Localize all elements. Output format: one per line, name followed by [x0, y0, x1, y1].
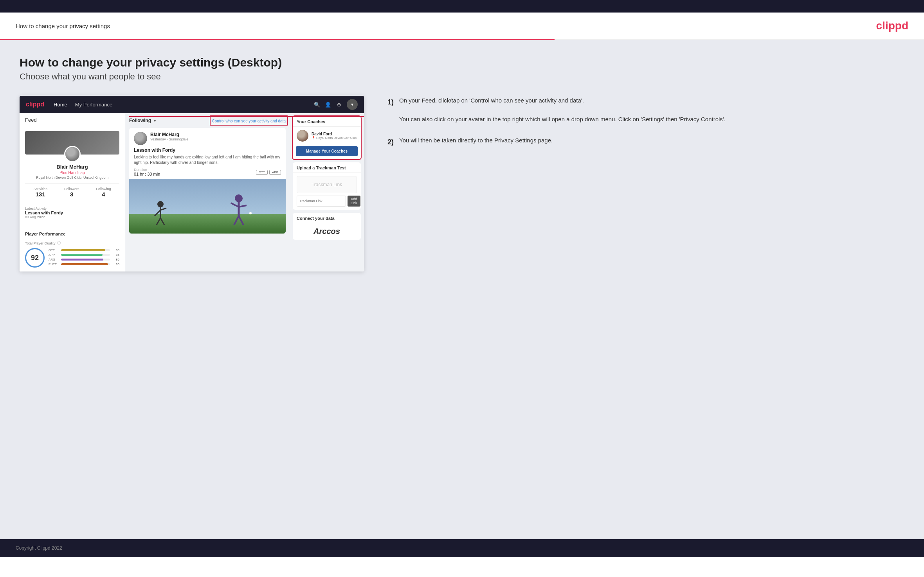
page-heading: How to change your privacy settings (Des… — [20, 56, 904, 69]
feed-following-label: Following ▾ — [129, 118, 156, 123]
coach-info: David Ford 📍 Royal North Devon Golf Club — [312, 132, 357, 140]
pp-bar-label: PUTT — [49, 262, 59, 266]
pp-bar-fill — [61, 259, 103, 261]
latest-label: Latest Activity — [25, 207, 119, 210]
stat-activities: Activities 131 — [33, 187, 47, 198]
pp-bar-track — [61, 249, 110, 251]
latest-date: 03 Aug 2022 — [25, 215, 119, 219]
post-duration: Duration 01 hr : 30 min OTT APP — [129, 168, 286, 179]
instructions-panel: 1) On your Feed, click/tap on 'Control w… — [380, 96, 904, 160]
stat-followers-value: 3 — [64, 191, 79, 198]
connect-data-card: Connect your data Arccos — [293, 213, 361, 240]
control-link-highlight — [210, 115, 288, 126]
trackman-link-input[interactable] — [297, 196, 346, 207]
app-sidebar: Feed Blair McHarg Plus Handicap Royal No… — [20, 113, 125, 271]
sidebar-name: Blair McHarg — [25, 164, 119, 170]
pp-body: 92 OTT90APP85ARG86PUTT96 — [25, 248, 119, 268]
svg-rect-1 — [129, 214, 286, 234]
sidebar-club: Royal North Devon Golf Club, United King… — [25, 176, 119, 180]
app-nav-logo: clippd — [26, 101, 44, 108]
stat-followers-label: Followers — [64, 187, 79, 191]
pp-bar-label: OTT — [49, 248, 59, 252]
main-content: How to change your privacy settings (Des… — [0, 40, 924, 539]
duration-value: 01 hr : 30 min — [134, 172, 160, 176]
trackman-title: Upload a Trackman Test — [293, 162, 361, 173]
post-image — [129, 179, 286, 234]
svg-point-2 — [157, 201, 164, 207]
logo: clippd — [876, 20, 908, 32]
footer: Copyright Clippd 2022 — [0, 539, 924, 557]
pp-bar-value: 86 — [112, 258, 119, 261]
pp-quality-label: Total Player Quality ⓘ — [25, 241, 119, 246]
coaches-title: Your Coaches — [293, 116, 361, 127]
footer-copyright: Copyright Clippd 2022 — [16, 545, 62, 551]
instruction-2-text: You will then be taken directly to the P… — [399, 136, 553, 148]
header: How to change your privacy settings clip… — [0, 13, 924, 39]
app-nav-icons: 🔍 👤 ⊕ ▾ — [314, 99, 358, 110]
pp-bar-fill — [61, 254, 103, 256]
pp-bar-track — [61, 259, 110, 261]
trackman-upload: Trackman Link Add Link — [293, 173, 361, 210]
pp-bar-label: APP — [49, 253, 59, 257]
sidebar-avatar — [64, 146, 81, 162]
app-navbar: clippd Home My Performance 🔍 👤 ⊕ ▾ — [20, 96, 364, 113]
coach-name: David Ford — [312, 132, 357, 136]
arccos-logo: Arccos — [293, 223, 361, 240]
pp-bar-row: PUTT96 — [49, 262, 119, 266]
nav-link-performance[interactable]: My Performance — [75, 102, 112, 108]
feed-post-header: Blair McHarg Yesterday · Sunningdale — [129, 128, 286, 147]
duration-label: Duration — [134, 168, 160, 172]
top-bar — [0, 0, 924, 13]
add-circle-icon[interactable]: ⊕ — [336, 101, 342, 108]
trackman-add-button[interactable]: Add Link — [348, 196, 360, 207]
pp-bar-fill — [61, 263, 108, 265]
tag-ott: OTT — [256, 170, 268, 175]
stat-following-label: Following — [96, 187, 111, 191]
instruction-1-text: On your Feed, click/tap on 'Control who … — [399, 96, 726, 124]
dropdown-arrow-icon: ▾ — [154, 119, 156, 123]
pp-bar-track — [61, 263, 110, 265]
pp-bar-row: ARG86 — [49, 258, 119, 261]
app-right-panel: Your Coaches David Ford 📍 Royal North De… — [290, 113, 364, 271]
manage-coaches-button[interactable]: Manage Your Coaches — [296, 146, 358, 156]
demo-layout: clippd Home My Performance 🔍 👤 ⊕ ▾ — [20, 96, 904, 271]
sidebar-banner — [25, 131, 119, 155]
post-author-info: Blair McHarg Yesterday · Sunningdale — [150, 132, 188, 141]
post-avatar — [134, 132, 147, 145]
person-icon[interactable]: 👤 — [325, 101, 331, 108]
svg-point-8 — [235, 194, 243, 202]
post-title: Lesson with Fordy — [129, 147, 286, 155]
pp-bar-value: 90 — [112, 248, 119, 252]
post-date: Yesterday · Sunningdale — [150, 137, 188, 141]
tag-app: APP — [269, 170, 281, 175]
page-subheading: Choose what you want people to see — [20, 72, 904, 82]
pp-bar-label: ARG — [49, 258, 59, 261]
duration-info: Duration 01 hr : 30 min — [134, 168, 160, 176]
app-feed: Following ▾ Control who can see your act… — [125, 113, 290, 271]
pp-bar-value: 96 — [112, 262, 119, 266]
nav-link-home[interactable]: Home — [54, 102, 67, 108]
coach-avatar — [297, 130, 308, 142]
trackman-link-display: Trackman Link — [297, 176, 357, 193]
coaches-card-wrapper: Your Coaches David Ford 📍 Royal North De… — [293, 116, 361, 159]
control-link-wrapper: Control who can see your activity and da… — [212, 117, 286, 124]
connect-data-title: Connect your data — [293, 213, 361, 223]
stat-following: Following 4 — [96, 187, 111, 198]
search-icon[interactable]: 🔍 — [314, 101, 320, 108]
coach-club: 📍 Royal North Devon Golf Club — [312, 136, 357, 140]
pp-bar-row: APP85 — [49, 253, 119, 257]
location-icon: 📍 — [312, 136, 315, 140]
instruction-2-number: 2) — [387, 137, 394, 148]
pp-bar-row: OTT90 — [49, 248, 119, 252]
trackman-link-row: Add Link — [297, 196, 357, 207]
stat-activities-label: Activities — [33, 187, 47, 191]
post-desc: Looking to feel like my hands are exitin… — [129, 155, 286, 168]
pp-bar-value: 85 — [112, 253, 119, 257]
instruction-1: 1) On your Feed, click/tap on 'Control w… — [387, 96, 897, 124]
pp-bars: OTT90APP85ARG86PUTT96 — [49, 248, 119, 267]
nav-avatar[interactable]: ▾ — [347, 99, 358, 110]
stat-activities-value: 131 — [33, 191, 47, 198]
instruction-1-number: 1) — [387, 97, 394, 124]
feed-tab[interactable]: Feed — [20, 113, 125, 127]
instruction-2: 2) You will then be taken directly to th… — [387, 136, 897, 148]
